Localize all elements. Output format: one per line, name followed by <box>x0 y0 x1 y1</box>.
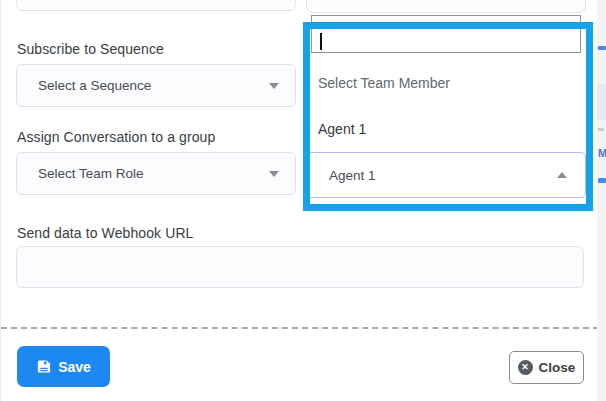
team-member-select[interactable]: Agent 1 <box>306 152 586 198</box>
team-role-select-placeholder: Select Team Role <box>38 166 269 181</box>
screenshot-stage: Subscribe to Sequence Select a Sequence … <box>0 0 606 401</box>
team-member-option-agent1[interactable]: Agent 1 <box>318 121 366 137</box>
clipped-link-fragment <box>598 178 606 183</box>
subscribe-to-sequence-label: Subscribe to Sequence <box>17 41 164 57</box>
clipped-glyph-fragment: M <box>598 147 606 161</box>
sequence-select-placeholder: Select a Sequence <box>38 78 269 93</box>
background-page-strip: M <box>597 0 606 401</box>
text-cursor <box>320 33 322 50</box>
team-member-option-placeholder[interactable]: Select Team Member <box>318 75 450 91</box>
floppy-disk-icon <box>36 359 51 374</box>
caret-down-icon <box>269 171 279 177</box>
caret-down-icon <box>269 83 279 89</box>
top-left-input-cutoff[interactable] <box>16 0 296 11</box>
clipped-link-fragment <box>598 46 606 50</box>
team-role-select[interactable]: Select Team Role <box>16 152 296 195</box>
clipped-text-fragment <box>598 128 604 131</box>
caret-up-icon <box>557 172 567 178</box>
webhook-url-label: Send data to Webhook URL <box>17 225 193 241</box>
team-member-selected-value: Agent 1 <box>329 168 557 183</box>
sequence-select[interactable]: Select a Sequence <box>16 64 296 107</box>
top-right-input-cutoff[interactable] <box>306 0 586 13</box>
webhook-url-input[interactable] <box>16 246 584 288</box>
assign-conversation-label: Assign Conversation to a group <box>17 129 215 145</box>
clipped-panel-fragment <box>597 84 606 120</box>
save-button[interactable]: Save <box>17 346 110 387</box>
circle-x-icon: ✕ <box>518 360 533 375</box>
team-member-search-input[interactable] <box>311 15 581 53</box>
close-button-label: Close <box>539 360 576 375</box>
modal-body: Subscribe to Sequence Select a Sequence … <box>0 0 597 401</box>
close-button[interactable]: ✕ Close <box>509 351 584 384</box>
footer-divider <box>1 327 599 329</box>
save-button-label: Save <box>58 359 91 375</box>
